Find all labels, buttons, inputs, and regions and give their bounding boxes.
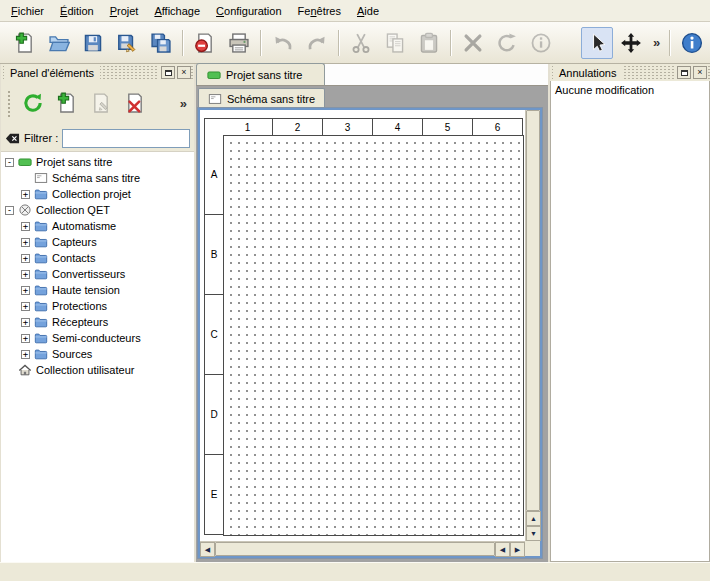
- menubar: FichierÉditionProjetAffichageConfigurati…: [0, 0, 710, 22]
- paste-button[interactable]: [413, 27, 445, 59]
- float-dock-button[interactable]: [677, 66, 691, 79]
- undo-list[interactable]: Aucune modification: [550, 81, 710, 562]
- panel-toolbar-grip[interactable]: [6, 89, 12, 117]
- close-dock-button[interactable]: ×: [177, 66, 191, 79]
- tree-item-collection-qet[interactable]: -Collection QET: [3, 202, 194, 218]
- project-icon: [207, 68, 221, 82]
- tree-item-automatisme[interactable]: +Automatisme: [3, 218, 194, 234]
- expand-icon[interactable]: +: [21, 302, 30, 311]
- copy-button[interactable]: [379, 27, 411, 59]
- rotate-button[interactable]: [491, 27, 523, 59]
- new-file-button[interactable]: [9, 27, 41, 59]
- horizontal-scrollbar-thumb[interactable]: [215, 542, 495, 556]
- menu-affichage[interactable]: Affichage: [146, 2, 208, 20]
- undo-button[interactable]: [267, 27, 299, 59]
- clear-filter-button[interactable]: [5, 131, 20, 146]
- tree-item-protections[interactable]: +Protections: [3, 298, 194, 314]
- collapse-icon[interactable]: -: [5, 158, 14, 167]
- column-header-cell: 1: [223, 118, 273, 136]
- expand-icon[interactable]: +: [21, 334, 30, 343]
- reload-collections-button[interactable]: [17, 87, 49, 119]
- expand-icon[interactable]: +: [21, 254, 30, 263]
- rotate-icon: [496, 32, 518, 54]
- cut-button[interactable]: [345, 27, 377, 59]
- expand-icon[interactable]: +: [21, 222, 30, 231]
- float-dock-button[interactable]: [161, 66, 175, 79]
- menu-fichier[interactable]: Fichier: [3, 2, 52, 20]
- tree-item-label: Sources: [52, 348, 96, 360]
- tree-item-collection-projet[interactable]: +Collection projet: [3, 186, 194, 202]
- scroll-down-button[interactable]: ▼: [526, 526, 541, 541]
- horizontal-scrollbar[interactable]: ◀ ◀ ▶: [200, 541, 525, 556]
- undo-empty-item[interactable]: Aucune modification: [555, 84, 705, 96]
- scroll-up-button[interactable]: ▲: [526, 511, 541, 526]
- folder-icon: [34, 283, 48, 297]
- tree-item-recepteurs[interactable]: +Récepteurs: [3, 314, 194, 330]
- elements-panel-titlebar[interactable]: Panel d'éléments ×: [1, 64, 194, 81]
- vertical-scrollbar-thumb[interactable]: [526, 110, 540, 511]
- toolbar-extension-button[interactable]: »: [648, 35, 665, 50]
- tree-item-collection-utilisateur[interactable]: Collection utilisateur: [3, 362, 194, 378]
- tab-project[interactable]: Projet sans titre: [196, 63, 325, 85]
- tree-item-haute-tension[interactable]: +Haute tension: [3, 282, 194, 298]
- save-button[interactable]: [77, 27, 109, 59]
- save-all-icon: [150, 32, 172, 54]
- tree-item-sources[interactable]: +Sources: [3, 346, 194, 362]
- select-mode-button[interactable]: [581, 27, 613, 59]
- tree-item-capteurs[interactable]: +Capteurs: [3, 234, 194, 250]
- filter-input[interactable]: [62, 129, 190, 148]
- scroll-right-button[interactable]: ▶: [510, 542, 525, 557]
- expand-icon[interactable]: +: [21, 190, 30, 199]
- elements-tree: -Projet sans titreSchéma sans titre+Coll…: [1, 151, 194, 562]
- pan-mode-button[interactable]: [615, 27, 647, 59]
- edit-element-button[interactable]: [85, 87, 117, 119]
- undo-panel-titlebar[interactable]: Annulations ×: [550, 64, 710, 81]
- expand-icon[interactable]: +: [21, 286, 30, 295]
- delete-button[interactable]: [457, 27, 489, 59]
- save-all-button[interactable]: [145, 27, 177, 59]
- save-as-button[interactable]: [111, 27, 143, 59]
- expand-icon[interactable]: +: [21, 238, 30, 247]
- collapse-icon[interactable]: -: [5, 206, 14, 215]
- close-file-icon: [194, 32, 216, 54]
- close-icon: ×: [181, 68, 186, 77]
- element-info-button[interactable]: [525, 27, 557, 59]
- vertical-scrollbar[interactable]: ▲ ▼: [525, 110, 540, 541]
- diagram-canvas[interactable]: [223, 135, 524, 536]
- delete-element-button[interactable]: [119, 87, 151, 119]
- tree-item-label: Protections: [52, 300, 111, 312]
- scroll-left-button[interactable]: ◀: [200, 542, 215, 557]
- menu-fenetres[interactable]: Fenêtres: [290, 2, 349, 20]
- menu-edition[interactable]: Édition: [52, 2, 102, 20]
- open-file-button[interactable]: [43, 27, 75, 59]
- save-as-icon: [116, 32, 138, 54]
- tree-item-label: Convertisseurs: [52, 268, 129, 280]
- scroll-left-button-2[interactable]: ◀: [495, 542, 510, 557]
- tree-item-convertisseurs[interactable]: +Convertisseurs: [3, 266, 194, 282]
- toolbar-separator: [450, 30, 452, 56]
- tab-diagram[interactable]: Schéma sans titre: [198, 88, 325, 108]
- menu-aide[interactable]: Aide: [349, 2, 387, 20]
- tree-item-projet-sans-titre[interactable]: -Projet sans titre: [3, 154, 194, 170]
- elements-panel-dock: Panel d'éléments × » Filtrer : -Projet s…: [1, 64, 194, 562]
- close-file-button[interactable]: [189, 27, 221, 59]
- expand-icon[interactable]: +: [21, 350, 30, 359]
- menu-projet[interactable]: Projet: [102, 2, 147, 20]
- about-button[interactable]: [676, 27, 708, 59]
- tree-item-schema-sans-titre[interactable]: Schéma sans titre: [3, 170, 194, 186]
- expand-icon[interactable]: +: [21, 318, 30, 327]
- new-element-button[interactable]: [51, 87, 83, 119]
- close-icon: ×: [697, 68, 702, 77]
- close-dock-button[interactable]: ×: [693, 66, 707, 79]
- tree-item-contacts[interactable]: +Contacts: [3, 250, 194, 266]
- reload-icon: [22, 92, 44, 114]
- folder-icon: [34, 347, 48, 361]
- tree-item-semi-conducteurs[interactable]: +Semi-conducteurs: [3, 330, 194, 346]
- menu-configuration[interactable]: Configuration: [208, 2, 289, 20]
- redo-button[interactable]: [301, 27, 333, 59]
- dock-buttons: ×: [158, 66, 191, 79]
- print-button[interactable]: [223, 27, 255, 59]
- expand-icon[interactable]: +: [21, 270, 30, 279]
- panel-toolbar-extension-button[interactable]: »: [176, 96, 191, 111]
- diagram-viewport[interactable]: 123456 ABCDE: [200, 110, 525, 541]
